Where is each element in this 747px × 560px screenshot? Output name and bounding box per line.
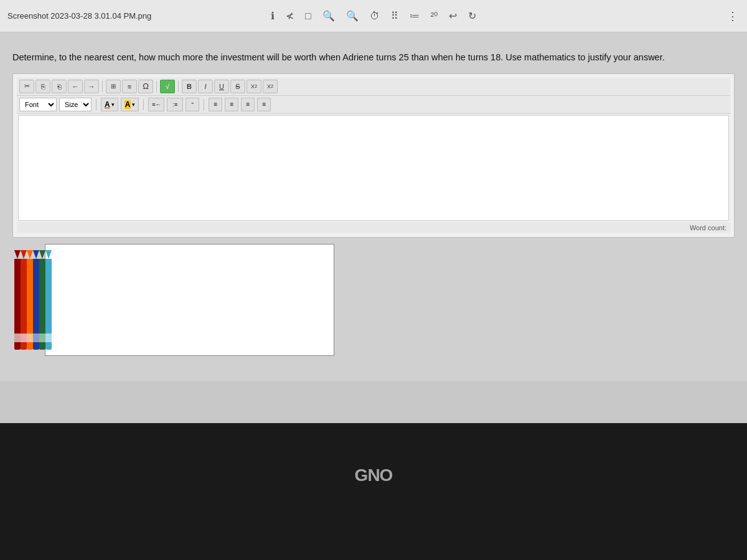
align-left-button[interactable]: ≡: [209, 98, 222, 111]
undo-button[interactable]: ←: [68, 80, 83, 93]
highlight-color-button[interactable]: A ▾: [121, 98, 139, 111]
bold-button[interactable]: B: [182, 80, 197, 93]
align-justify-button[interactable]: ≡: [257, 98, 271, 111]
separator4: [96, 99, 96, 110]
align-right-button[interactable]: ≡: [241, 98, 255, 111]
list-icon[interactable]: ≔: [410, 10, 420, 22]
cut-button[interactable]: ✂: [19, 80, 34, 93]
copy-button[interactable]: ⎘: [35, 80, 50, 93]
question-text: Determine, to the nearest cent, how much…: [12, 51, 735, 65]
check-button[interactable]: √: [160, 80, 175, 93]
drawing-area[interactable]: [45, 244, 334, 356]
logo-area: GNO: [355, 465, 393, 485]
dark-bottom: GNO: [0, 423, 747, 560]
more-icon[interactable]: ⋮: [727, 9, 738, 23]
separator5: [143, 99, 144, 110]
italic-button[interactable]: I: [198, 80, 213, 93]
table-button[interactable]: ⊞: [106, 80, 121, 93]
share-icon[interactable]: ≮: [286, 10, 294, 22]
timer-icon[interactable]: ⏱: [370, 11, 380, 22]
editor-container: ✂ ⎘ ⎗ ← → ⊞ ≡ Ω √ B I U S X2 X2 Font Siz…: [12, 73, 735, 238]
font-color-arrow: ▾: [111, 101, 115, 108]
bottom-section: [12, 244, 735, 368]
menu-button[interactable]: ≡: [122, 80, 137, 93]
top-bar: Screenshot 2023-03-28 3.01.04 PM.png ℹ ≮…: [0, 0, 747, 32]
omega-button[interactable]: Ω: [138, 80, 153, 93]
toolbar-row2: Font Size A ▾ A ▾ ≡← :≡ " ≡ ≡ ≡ ≡: [17, 96, 730, 114]
crayon-3: [27, 250, 33, 350]
separator3: [178, 81, 179, 92]
crayon-5: [39, 250, 45, 350]
strikethrough-button[interactable]: S: [230, 80, 245, 93]
font-select[interactable]: Font: [19, 98, 57, 111]
separator2: [156, 81, 157, 92]
highlight-arrow: ▾: [132, 101, 135, 108]
indent-more-button[interactable]: :≡: [167, 98, 183, 111]
redo-button[interactable]: →: [84, 80, 99, 93]
separator1: [102, 81, 103, 92]
align-center-button[interactable]: ≡: [225, 98, 238, 111]
grid-icon[interactable]: ⠿: [391, 10, 398, 22]
crayon-2: [21, 250, 27, 350]
number-icon[interactable]: ²⁰: [431, 10, 438, 22]
toolbar-row1: ✂ ⎘ ⎗ ← → ⊞ ≡ Ω √ B I U S X2 X2: [17, 78, 730, 96]
top-bar-right: ⋮: [727, 9, 738, 23]
info-icon[interactable]: ℹ: [271, 10, 275, 22]
separator6: [204, 99, 204, 110]
font-color-button[interactable]: A ▾: [101, 98, 118, 111]
underline-button[interactable]: U: [214, 80, 229, 93]
blockquote-button[interactable]: ": [186, 98, 199, 111]
word-count: Word count:: [17, 222, 730, 233]
subscript-button[interactable]: X2: [247, 80, 261, 93]
crayons-container: [12, 244, 45, 368]
size-select[interactable]: Size: [59, 98, 92, 111]
search2-icon[interactable]: 🔍: [346, 10, 359, 22]
window-icon[interactable]: □: [305, 11, 311, 22]
crayon-4: [33, 250, 39, 350]
main-content: Determine, to the nearest cent, how much…: [0, 32, 747, 381]
undo-icon[interactable]: ↩: [449, 10, 457, 22]
search-icon[interactable]: 🔍: [322, 10, 335, 22]
crayon-1: [14, 250, 21, 350]
text-editor[interactable]: [18, 115, 729, 221]
word-count-label: Word count:: [690, 224, 726, 231]
redo-icon[interactable]: ↻: [468, 10, 476, 22]
superscript-button[interactable]: X2: [263, 80, 278, 93]
window-title: Screenshot 2023-03-28 3.01.04 PM.png: [7, 11, 151, 21]
toolbar-icons: ℹ ≮ □ 🔍 🔍 ⏱ ⠿ ≔ ²⁰ ↩ ↻: [271, 10, 476, 22]
logo-text: GNO: [355, 465, 393, 485]
paste-button[interactable]: ⎗: [52, 80, 67, 93]
font-color-label: A: [105, 100, 110, 109]
crayon-6: [45, 250, 52, 350]
indent-less-button[interactable]: ≡←: [148, 98, 164, 111]
highlight-label: A: [125, 100, 131, 109]
